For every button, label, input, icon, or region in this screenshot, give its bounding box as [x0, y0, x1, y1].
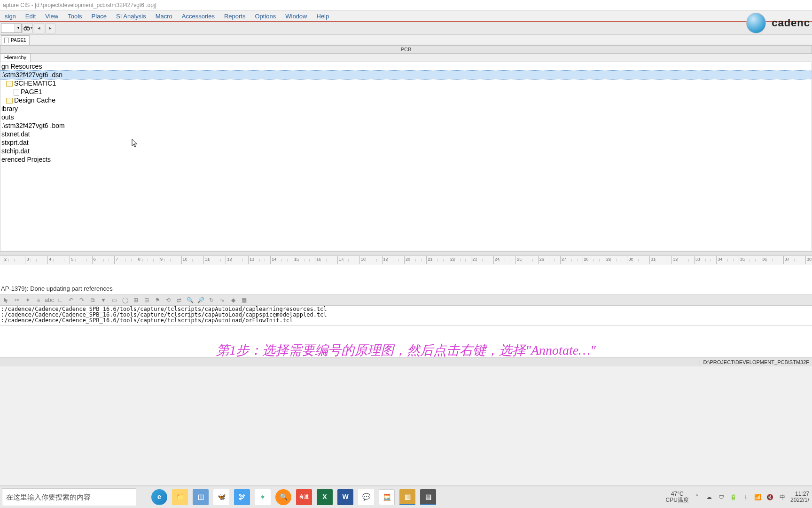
tree-item[interactable]: erenced Projects — [0, 155, 812, 164]
search-combo[interactable]: ▾ — [1, 24, 22, 33]
tool-down-icon[interactable]: ▼ — [98, 295, 109, 305]
tree-item[interactable]: stxprt.dat — [0, 138, 812, 147]
tool-select-icon[interactable] — [1, 295, 11, 305]
menu-tools[interactable]: Tools — [63, 12, 86, 21]
tree-item-label: stchip.dat — [1, 147, 30, 155]
app-butterfly-icon[interactable]: 🦋 — [213, 489, 229, 505]
ruler-tick — [359, 256, 360, 264]
menu-si-analysis[interactable]: SI Analysis — [111, 12, 151, 21]
app-wechat-icon[interactable]: 💬 — [358, 489, 374, 505]
cadence-logo: cadenc — [772, 17, 810, 29]
tool-redo-icon[interactable]: ↷ — [77, 295, 87, 305]
tree-item[interactable]: stxnet.dat — [0, 130, 812, 138]
menu-edit[interactable]: Edit — [21, 12, 40, 21]
nav-prev-button[interactable]: ◂ — [34, 23, 44, 33]
splitter-grip[interactable] — [0, 251, 812, 256]
tool-wand-icon[interactable]: ✦ — [23, 295, 33, 305]
tree-item[interactable]: .\stm32f427vgt6 .dsn — [0, 71, 812, 79]
ruler-tick — [315, 256, 316, 264]
app-green-icon[interactable]: ⌖ — [255, 489, 271, 505]
app-word-icon[interactable]: W — [337, 489, 353, 505]
tool-chip-icon[interactable]: ▦ — [239, 295, 249, 305]
tool-ungroup-icon[interactable]: ⊟ — [141, 295, 152, 305]
tray-onedrive-icon[interactable]: ☁ — [705, 493, 713, 501]
tree-item[interactable]: SCHEMATIC1 — [0, 79, 812, 87]
tree-item[interactable]: .\stm32f427vgt6 .bom — [0, 121, 812, 130]
menu-accessories[interactable]: Accessories — [177, 12, 219, 21]
tray-shield-icon[interactable]: 🛡 — [717, 493, 726, 501]
ruler-tick — [226, 256, 226, 264]
menu-design[interactable]: sign — [0, 12, 21, 21]
tool-undo-icon[interactable]: ↶ — [66, 295, 76, 305]
tool-diamond-icon[interactable]: ◆ — [228, 295, 238, 305]
tool-rotate-icon[interactable]: ⟲ — [163, 295, 173, 305]
tray-bluetooth-icon[interactable]: ᛒ — [742, 493, 750, 501]
app-youdao-icon[interactable]: 有道 — [296, 489, 312, 505]
tool-refresh-icon[interactable]: ↻ — [206, 295, 217, 305]
tab-hierarchy[interactable]: Hierarchy — [0, 54, 31, 62]
tool-text-icon[interactable]: abc — [44, 295, 55, 305]
tree-item[interactable]: outs — [0, 113, 812, 121]
annotation-text: 第1步：选择需要编号的原理图，然后点击右键，选择"Annotate…" — [216, 343, 596, 357]
tool-cut-icon[interactable]: ✂ — [12, 295, 22, 305]
nav-next-button[interactable]: ▸ — [45, 23, 55, 33]
tray-volume-icon[interactable]: 🔇 — [766, 493, 774, 501]
tool-rect-icon[interactable]: ▭ — [109, 295, 119, 305]
app-calc-icon[interactable]: 🧮 — [379, 489, 395, 505]
tray-ime-icon[interactable]: 中 — [778, 493, 787, 501]
tool-zoom-icon[interactable]: 🔍 — [185, 295, 195, 305]
tree-item[interactable]: stchip.dat — [0, 147, 812, 155]
tool-group-icon[interactable]: ⊞ — [131, 295, 141, 305]
ruler-tick — [248, 256, 249, 264]
menu-view[interactable]: View — [40, 12, 63, 21]
menu-window[interactable]: Window — [281, 12, 312, 21]
app-running1-icon[interactable]: ▥ — [399, 489, 415, 505]
tree-item[interactable]: gn Resources — [0, 62, 812, 71]
tool-angle-icon[interactable]: ∟ — [55, 295, 65, 305]
tool-zoomout-icon[interactable]: 🔎 — [195, 295, 206, 305]
tray-chevron-up-icon[interactable]: ˄ — [693, 493, 701, 501]
tray-weather[interactable]: 47°C CPU温度 — [666, 491, 689, 503]
tree-item-label: stxnet.dat — [1, 130, 30, 138]
tree-item[interactable]: Design Cache — [0, 96, 812, 104]
cadence-sphere-icon[interactable] — [746, 13, 766, 33]
binoculars-icon[interactable]: ▾ — [23, 23, 33, 33]
hierarchy-tab-row: Hierarchy — [0, 54, 812, 62]
ruler — [0, 256, 812, 264]
chevron-down-icon[interactable]: ▾ — [15, 24, 21, 32]
tool-link-icon[interactable]: ∿ — [217, 295, 227, 305]
tree-item[interactable]: PAGE1 — [0, 87, 812, 96]
tool-ellipse-icon[interactable]: ◯ — [120, 295, 130, 305]
ruler-tick — [716, 256, 717, 264]
app-taskview-icon[interactable]: ◫ — [193, 489, 209, 505]
app-thunder-icon[interactable]: 🕊 — [234, 489, 250, 505]
tree-item-label: .\stm32f427vgt6 .dsn — [1, 71, 62, 79]
menu-place[interactable]: Place — [87, 12, 112, 21]
tool-mirror-icon[interactable]: ⇄ — [174, 295, 184, 305]
tree-item[interactable]: ibrary — [0, 104, 812, 113]
tab-page1[interactable]: PAGE1 — [1, 35, 30, 45]
tree-item-label: erenced Projects — [1, 156, 51, 163]
menu-options[interactable]: Options — [250, 12, 281, 21]
app-excel-icon[interactable]: X — [317, 489, 333, 505]
ruler-tick — [114, 256, 115, 264]
app-everything-icon[interactable]: 🔍 — [275, 489, 291, 505]
app-edge-icon[interactable]: e — [151, 489, 167, 505]
tool-flag-icon[interactable]: ⚑ — [152, 295, 163, 305]
app-explorer-icon[interactable]: 📁 — [172, 489, 188, 505]
taskbar-search[interactable]: 在这里输入你要搜索的内容 — [2, 488, 136, 506]
tray-wifi-icon[interactable]: 📶 — [754, 493, 762, 501]
tool-align-icon[interactable]: ≡ — [33, 295, 44, 305]
tray-battery-icon[interactable]: 🔋 — [729, 493, 738, 501]
menu-reports[interactable]: Reports — [219, 12, 250, 21]
tool-copy-icon[interactable]: ⧉ — [87, 295, 98, 305]
menu-help[interactable]: Help — [312, 12, 334, 21]
ruler-tick — [270, 256, 271, 264]
tray-clock[interactable]: 11:27 2022/1/ — [790, 491, 809, 503]
windows-taskbar: 在这里输入你要搜索的内容 e 📁 ◫ 🦋 🕊 ⌖ 🔍 有道 X W 💬 🧮 ▥ … — [0, 485, 812, 508]
app-running2-icon[interactable]: ▤ — [420, 489, 436, 505]
menu-macro[interactable]: Macro — [151, 12, 177, 21]
search-placeholder: 在这里输入你要搜索的内容 — [6, 493, 91, 502]
project-tree[interactable]: gn Resources.\stm32f427vgt6 .dsnSCHEMATI… — [0, 62, 812, 251]
system-tray: 47°C CPU温度 ˄ ☁ 🛡 🔋 ᛒ 📶 🔇 中 11:27 2022/1/ — [666, 491, 812, 503]
